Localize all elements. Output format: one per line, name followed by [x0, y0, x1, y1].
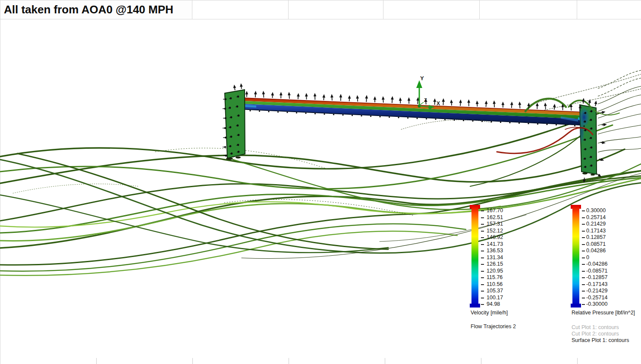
underside-dot	[268, 111, 269, 112]
pressure-arrow	[510, 101, 514, 108]
velocity-scale-value: 131.34	[487, 255, 503, 260]
velocity-scale-value: 136.53	[487, 248, 503, 254]
pressure-arrow	[475, 100, 478, 107]
pressure-scale-value: 0.30000	[586, 208, 606, 213]
pressure-arrow	[280, 92, 283, 98]
pressure-arrow	[484, 100, 488, 107]
underside-dot	[453, 119, 455, 121]
flow-trajectories-label: Flow Trajectories 2	[471, 323, 516, 329]
wake-streamline	[598, 104, 641, 118]
pressure-scale-tick	[582, 224, 585, 225]
pressure-scale-value: 0.25714	[586, 215, 606, 220]
pressure-scale-tick	[582, 231, 585, 232]
velocity-scale-value: 141.73	[487, 242, 503, 247]
wake-streamlines	[598, 70, 641, 152]
underside-dot	[574, 125, 575, 126]
pressure-scale-value: -0.30000	[586, 301, 607, 307]
underside-dot	[444, 119, 446, 120]
velocity-scale-value: 100.17	[487, 295, 503, 301]
pressure-arrow	[330, 94, 334, 100]
underside-dot	[286, 112, 288, 113]
pressure-scale-value: -0.08571	[586, 268, 607, 274]
pressure-scale-tick	[582, 298, 585, 298]
underside-dot	[435, 119, 436, 120]
velocity-scale-value: 94.98	[487, 301, 500, 307]
pressure-arrow	[374, 96, 377, 102]
pressure-scale-tick	[582, 304, 585, 305]
velocity-scale-tick	[481, 257, 484, 258]
pressure-arrow	[348, 95, 351, 101]
pressure-arrow	[553, 104, 556, 110]
underside-dot	[249, 110, 251, 111]
pressure-arrow	[501, 102, 504, 108]
underside-dot	[277, 111, 279, 113]
underside-dot	[407, 117, 408, 119]
velocity-scale-tick	[481, 271, 484, 272]
left-endplate	[225, 90, 245, 158]
underside-dot	[583, 126, 584, 127]
pressure-arrow	[390, 96, 394, 103]
velocity-scale-tick	[481, 284, 484, 285]
pressure-arrow	[544, 103, 547, 110]
velocity-scale-tick	[481, 298, 484, 298]
flow-trajectory	[531, 74, 641, 104]
underside-dot	[426, 118, 427, 119]
velocity-scale-value: 167.70	[487, 208, 503, 213]
endplate-shadow	[582, 173, 588, 175]
underside-dot	[490, 121, 492, 122]
plot-labels: Cut Plot 1: contoursCut Plot 2: contours…	[572, 324, 629, 344]
pressure-scale-value: 0	[586, 255, 589, 260]
pressure-arrow	[467, 99, 470, 106]
z-axis-label: Z	[424, 97, 427, 103]
wake-streamline	[598, 137, 641, 143]
pressure-arrow	[313, 93, 316, 100]
velocity-scale-tick	[481, 277, 484, 278]
underside-dot	[518, 122, 520, 124]
pressure-arrow	[450, 99, 453, 105]
wake-streamline	[598, 95, 641, 111]
pressure-scale-tick	[582, 264, 585, 265]
underside-dot	[472, 120, 473, 122]
plot-visibility-label: Surface Plot 1: contours	[572, 337, 629, 344]
underside-dot	[509, 122, 510, 123]
pressure-legend-title: Relative Pressure [lbf/in^2]	[572, 310, 635, 316]
velocity-scale-tick	[481, 237, 484, 238]
underside-dot	[528, 123, 529, 124]
pressure-scale-tick	[582, 277, 585, 278]
plot-visibility-label: Cut Plot 1: contours	[572, 324, 629, 331]
pressure-arrow	[339, 94, 342, 101]
underside-dot	[296, 112, 297, 113]
pressure-arrow	[239, 83, 243, 89]
underside-dot	[481, 121, 483, 122]
velocity-scale-tick	[481, 244, 484, 245]
pressure-arrow	[381, 96, 385, 103]
pressure-legend: 0.300000.257140.214290.171430.128570.085…	[571, 205, 641, 347]
velocity-scale-value: 115.76	[487, 275, 503, 280]
pressure-scale-tick	[582, 217, 585, 218]
flow-trajectory	[0, 195, 388, 253]
underside-dot	[463, 120, 464, 121]
underside-dot	[537, 123, 538, 125]
pressure-arrow	[245, 91, 248, 97]
plot-visibility-label: Cut Plot 2: contours	[572, 331, 629, 337]
endplate-shadow	[236, 157, 241, 159]
pressure-arrow	[582, 98, 585, 104]
pressure-arrow	[254, 91, 258, 97]
pressure-scale-tick	[582, 244, 585, 245]
underside-dot	[352, 115, 353, 116]
underside-dot	[324, 113, 325, 115]
endplate-shadow	[226, 157, 233, 160]
velocity-scale-value: 152.12	[487, 228, 503, 234]
pressure-scale-tick	[582, 210, 585, 211]
underside-dot	[565, 125, 566, 126]
pressure-arrow	[365, 95, 368, 102]
velocity-scale-tick	[481, 264, 484, 265]
velocity-scale-tick	[481, 231, 484, 232]
pressure-arrow	[459, 99, 462, 106]
velocity-colorbar	[471, 205, 478, 308]
velocity-scale-value: 126.15	[487, 261, 503, 267]
pressure-colorbar	[572, 205, 579, 308]
pressure-scale-tick	[582, 291, 585, 292]
pressure-arrow	[493, 100, 496, 107]
pressure-scale-value: -0.12857	[586, 275, 607, 280]
